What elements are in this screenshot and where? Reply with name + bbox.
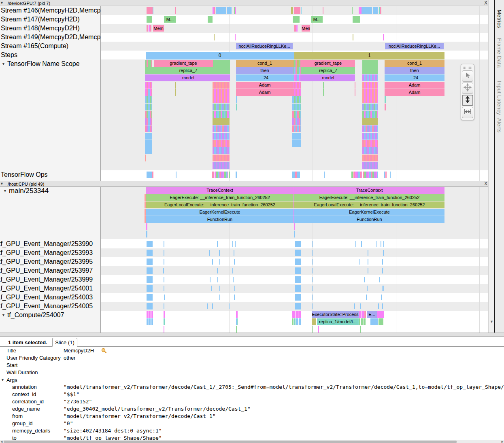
trace-event-functionrun[interactable]: FunctionRun <box>294 216 444 223</box>
trace-event[interactable] <box>237 318 238 325</box>
trace-event-tick[interactable] <box>361 241 362 247</box>
trace-event[interactable] <box>147 311 149 318</box>
trace-event[interactable] <box>355 82 355 89</box>
trace-event-tracecontext[interactable]: TraceContext <box>146 187 294 194</box>
trace-event[interactable] <box>236 172 237 178</box>
trace-event-tracecontext[interactable]: TraceContext <box>294 187 444 194</box>
trace-event-tick[interactable] <box>219 295 220 300</box>
row-label-tf-compute-254007[interactable]: ▼tf_Compute/254007 <box>2 311 64 319</box>
trace-event-stack[interactable] <box>145 111 152 118</box>
horizontal-scroll-thumb[interactable] <box>4 441 457 443</box>
trace-event[interactable] <box>351 172 353 178</box>
trace-event-_24[interactable]: _24 <box>385 74 444 81</box>
trace-event-tick[interactable] <box>212 259 213 265</box>
trace-event[interactable] <box>147 7 153 14</box>
trace-event[interactable] <box>359 318 360 325</box>
host-section-header[interactable]: ▼/host:CPU (pid 49) X <box>0 181 488 187</box>
trace-event-stack[interactable] <box>213 118 230 125</box>
trace-event-1[interactable]: 1 <box>294 52 444 59</box>
trace-event-stack[interactable] <box>292 67 301 74</box>
trace-event[interactable] <box>236 96 237 103</box>
trace-event[interactable] <box>370 318 378 325</box>
trace-event[interactable] <box>323 7 323 14</box>
trace-event-executorstate-process[interactable]: ExecutorState::Process <box>312 311 359 318</box>
trace-event[interactable] <box>385 96 386 103</box>
trace-event-stack[interactable] <box>362 104 378 110</box>
close-icon[interactable]: X <box>483 181 489 187</box>
trace-event-tick[interactable] <box>219 286 220 291</box>
trace-event-stack[interactable] <box>292 111 301 118</box>
trace-event[interactable] <box>294 7 300 14</box>
trace-event-stack[interactable] <box>145 82 152 89</box>
trace-event[interactable] <box>150 25 151 32</box>
trace-event-tick[interactable] <box>368 250 368 256</box>
trace-event-stack[interactable] <box>145 89 152 96</box>
trace-event-tick[interactable] <box>217 268 218 273</box>
collapse-triangle-icon[interactable]: ▼ <box>2 60 5 68</box>
trace-event[interactable] <box>355 89 355 96</box>
trace-event[interactable] <box>236 311 238 318</box>
trace-event[interactable] <box>175 89 176 96</box>
trace-event[interactable] <box>318 326 319 333</box>
trace-event-block[interactable] <box>295 259 301 265</box>
trace-event[interactable] <box>151 311 153 318</box>
trace-event-tick[interactable] <box>229 303 230 309</box>
trace-event[interactable] <box>312 318 316 325</box>
trace-event-block[interactable] <box>295 303 301 309</box>
trace-event-stack[interactable] <box>362 96 378 103</box>
row-label-tf-name-scope[interactable]: ▼TensorFlow Name Scope <box>2 60 80 68</box>
trace-event-tick[interactable] <box>312 241 313 247</box>
trace-event[interactable] <box>153 7 153 14</box>
trace-event-cond_1[interactable]: cond_1 <box>385 60 444 67</box>
trace-event[interactable] <box>296 25 298 32</box>
collapse-triangle-icon[interactable]: ▼ <box>2 311 5 319</box>
trace-event[interactable] <box>299 318 301 325</box>
sidebar-tab-frame-data[interactable]: Frame Data <box>496 38 502 68</box>
trace-event-stack[interactable] <box>213 82 230 89</box>
trace-event-stack[interactable] <box>362 67 378 74</box>
trace-event-stack[interactable] <box>292 104 301 110</box>
trace-event-tick[interactable] <box>211 286 212 291</box>
trace-event-tick[interactable] <box>364 277 365 282</box>
trace-event-tick[interactable] <box>235 241 236 247</box>
trace-event-tick[interactable] <box>382 303 383 309</box>
trace-event[interactable] <box>235 34 236 40</box>
trace-event-m-[interactable]: M... <box>164 16 176 23</box>
trace-event-tick[interactable] <box>232 268 233 273</box>
trace-event[interactable] <box>146 231 147 237</box>
trace-event[interactable] <box>297 172 300 178</box>
trace-event-tick[interactable] <box>234 250 234 256</box>
trace-event[interactable] <box>361 318 362 325</box>
trace-event-tick[interactable] <box>383 241 384 247</box>
trace-event-block[interactable] <box>147 276 153 283</box>
trace-event-tick[interactable] <box>164 286 164 291</box>
trace-event[interactable] <box>208 16 213 23</box>
trace-event-stack[interactable] <box>213 155 230 161</box>
trace-event-stack[interactable] <box>145 60 152 67</box>
trace-event-tick[interactable] <box>164 259 164 265</box>
trace-event[interactable] <box>360 326 361 333</box>
trace-event-then[interactable]: then <box>236 67 293 74</box>
trace-event-stack[interactable] <box>362 89 378 96</box>
collapse-triangle-icon[interactable]: ▼ <box>0 181 4 187</box>
panel-splitter[interactable] <box>0 333 504 337</box>
trace-event-adam[interactable]: Adam <box>236 82 293 89</box>
trace-event[interactable] <box>293 201 294 208</box>
trace-event[interactable] <box>145 201 146 208</box>
trace-event[interactable] <box>362 318 364 325</box>
palette-drag-handle[interactable] <box>463 66 472 69</box>
trace-event[interactable] <box>292 311 295 318</box>
trace-event[interactable] <box>147 318 149 325</box>
trace-event-stack[interactable] <box>292 133 301 140</box>
trace-event-tick[interactable] <box>164 241 164 247</box>
trace-event[interactable] <box>293 194 294 201</box>
collapse-triangle-icon[interactable]: ▼ <box>0 0 4 6</box>
trace-event-stack[interactable] <box>213 162 230 169</box>
trace-event[interactable] <box>291 7 293 14</box>
trace-event[interactable] <box>147 25 148 32</box>
trace-event[interactable] <box>214 7 215 14</box>
trace-event-stack[interactable] <box>213 96 230 103</box>
trace-event[interactable] <box>353 172 362 178</box>
trace-event[interactable] <box>352 7 353 14</box>
trace-event-block[interactable] <box>295 294 301 301</box>
